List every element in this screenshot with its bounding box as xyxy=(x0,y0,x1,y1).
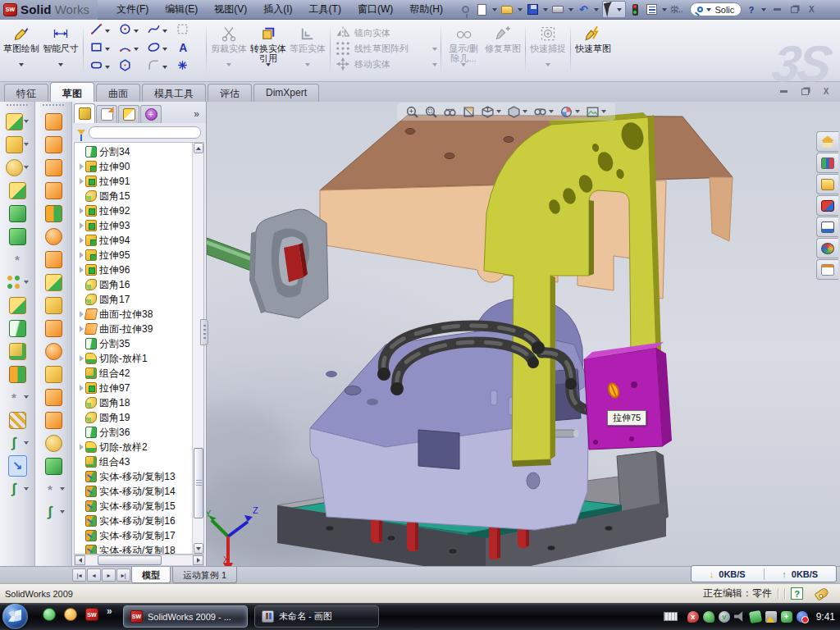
scroll-up-arrow[interactable] xyxy=(194,143,203,153)
tree-item-20[interactable]: 切除-放样2 xyxy=(75,440,192,454)
dropdown-arrow-icon[interactable] xyxy=(24,120,29,123)
taskpane-file-explorer-button[interactable] xyxy=(816,174,838,194)
pin-icon[interactable] xyxy=(459,2,472,16)
print-dropdown[interactable] xyxy=(568,8,573,11)
expand-arrow-icon[interactable] xyxy=(77,237,85,244)
panel-splitter-handle[interactable] xyxy=(200,319,208,345)
start-button[interactable] xyxy=(2,604,28,629)
dropdown-arrow-icon[interactable] xyxy=(496,110,501,113)
app-minimize-button[interactable] xyxy=(769,3,784,16)
feature-tool-10[interactable] xyxy=(9,317,26,339)
dropdown-arrow-icon[interactable] xyxy=(19,63,24,66)
surface-tool-16[interactable] xyxy=(45,455,62,477)
feature-tool-9[interactable] xyxy=(9,294,26,316)
dropdown-arrow-icon[interactable] xyxy=(24,441,29,445)
quicklaunch-solidworks-icon[interactable]: SW xyxy=(85,608,98,621)
taskbar-task-1[interactable]: 未命名 - 画图 xyxy=(254,605,379,628)
undo-dropdown[interactable] xyxy=(594,8,599,11)
dropdown-arrow-icon[interactable] xyxy=(24,487,29,491)
expand-arrow-icon[interactable] xyxy=(77,222,85,229)
tray-security-green-icon[interactable] xyxy=(703,611,714,623)
app-restore-button[interactable] xyxy=(787,3,801,16)
tray-sync-blue-icon[interactable] xyxy=(797,611,808,623)
tree-item-16[interactable]: 拉伸97 xyxy=(75,381,192,395)
tree-item-8[interactable]: 拉伸96 xyxy=(75,262,192,277)
quicklaunch-antivirus-icon[interactable] xyxy=(64,608,77,621)
model-tab-1[interactable]: 运动算例 1 xyxy=(172,567,237,583)
dropdown-arrow-icon[interactable] xyxy=(305,63,310,66)
display-style-icon[interactable] xyxy=(507,105,528,119)
surface-tool-9[interactable] xyxy=(45,294,62,316)
dropdown-arrow-icon[interactable] xyxy=(226,63,231,66)
tray-security-red-icon[interactable]: x xyxy=(687,611,699,623)
feature-tool-3[interactable] xyxy=(6,157,30,178)
options-icon[interactable] xyxy=(645,2,659,16)
menu-3[interactable]: 插入(I) xyxy=(256,0,299,19)
network-speed-widget[interactable]: ↓0KB/S ↑0KB/S xyxy=(691,565,837,582)
tree-item-14[interactable]: 切除-放样1 xyxy=(75,351,192,366)
surface-tool-12[interactable] xyxy=(45,363,62,385)
next-tab-button[interactable]: ▸ xyxy=(102,568,116,582)
sketch-tool-ellipse[interactable] xyxy=(145,40,173,57)
dropdown-arrow-icon[interactable] xyxy=(24,281,29,284)
expand-arrow-icon[interactable] xyxy=(77,208,85,214)
open-dropdown[interactable] xyxy=(518,8,523,11)
language-keyboard-icon[interactable] xyxy=(664,612,678,621)
zoom-fit-icon[interactable] xyxy=(405,105,419,119)
tree-item-25[interactable]: 实体-移动/复制16 xyxy=(75,514,192,528)
tab-featuremanager-tree[interactable] xyxy=(74,103,95,123)
tab-configurationmanager[interactable] xyxy=(118,105,139,123)
tree-item-9[interactable]: 圆角16 xyxy=(75,277,192,292)
tree-item-13[interactable]: 分割35 xyxy=(75,336,192,351)
undo-icon[interactable]: ↶ xyxy=(577,2,591,16)
doc-minimize-button[interactable] xyxy=(776,85,791,98)
tree-item-4[interactable]: 拉伸92 xyxy=(75,203,192,218)
dropdown-arrow-icon[interactable] xyxy=(60,510,65,514)
tree-horizontal-scrollbar[interactable] xyxy=(74,555,204,566)
surface-tool-5[interactable] xyxy=(45,203,62,224)
dropdown-arrow-icon[interactable] xyxy=(24,166,29,169)
save-dropdown[interactable] xyxy=(543,8,548,11)
dropdown-arrow-icon[interactable] xyxy=(575,110,580,113)
tree-item-19[interactable]: 分割36 xyxy=(75,425,192,440)
tab-dimxpertmanager[interactable]: + xyxy=(140,105,162,123)
feature-tool-4[interactable] xyxy=(9,180,26,201)
help-icon[interactable]: ? xyxy=(744,2,758,16)
tree-item-23[interactable]: 实体-移动/复制14 xyxy=(75,484,192,499)
sketch-tool-polygon[interactable] xyxy=(116,58,144,75)
ribbon-button-smartdim[interactable]: 智能尺寸 xyxy=(41,21,80,76)
feature-tool-17[interactable]: ∫ xyxy=(6,478,30,500)
print-icon[interactable] xyxy=(551,2,565,16)
tree-item-12[interactable]: 曲面-拉伸39 xyxy=(75,322,192,336)
previous-tab-button[interactable]: ◂ xyxy=(87,568,101,582)
tree-item-2[interactable]: 拉伸91 xyxy=(75,174,192,189)
taskbar-task-0[interactable]: SWSolidWorks 2009 - ... xyxy=(123,605,248,628)
rebuild-icon[interactable] xyxy=(628,2,642,16)
panel-overflow-chevron[interactable]: » xyxy=(194,108,204,123)
expand-arrow-icon[interactable] xyxy=(77,252,85,258)
taskbar-clock[interactable]: 9:41 xyxy=(816,611,835,623)
tab-propertymanager[interactable] xyxy=(96,105,117,123)
commandtab-1[interactable]: 草图 xyxy=(50,82,94,102)
scroll-right-arrow[interactable] xyxy=(193,555,203,565)
feature-tool-13[interactable]: * xyxy=(6,386,30,408)
sketch-tool-slot[interactable] xyxy=(88,58,116,75)
surface-tool-10[interactable] xyxy=(45,317,62,339)
ribbon-button-pattern[interactable]: 线性草图阵列 xyxy=(333,42,438,56)
sketch-tool-select[interactable] xyxy=(174,22,202,39)
tray-update-icon[interactable]: v xyxy=(719,611,730,623)
dropdown-arrow-icon[interactable] xyxy=(432,63,437,66)
tree-vertical-scrollbar[interactable] xyxy=(192,143,203,554)
surface-tool-13[interactable] xyxy=(45,386,62,408)
search-box[interactable]: Solic xyxy=(690,2,742,16)
appearances-icon[interactable] xyxy=(559,105,581,119)
last-tab-button[interactable]: ▸| xyxy=(116,568,130,582)
tree-item-10[interactable]: 圆角17 xyxy=(75,292,192,307)
graphics-viewport[interactable]: Y Z X 拉伸75 xyxy=(207,102,840,566)
surface-tool-2[interactable] xyxy=(45,134,62,155)
surface-tool-8[interactable] xyxy=(45,272,62,293)
hscroll-thumb[interactable] xyxy=(98,555,162,565)
scroll-left-arrow[interactable] xyxy=(75,555,85,565)
taskpane-toolbox-button[interactable] xyxy=(816,195,838,216)
dropdown-arrow-icon[interactable] xyxy=(162,48,167,51)
